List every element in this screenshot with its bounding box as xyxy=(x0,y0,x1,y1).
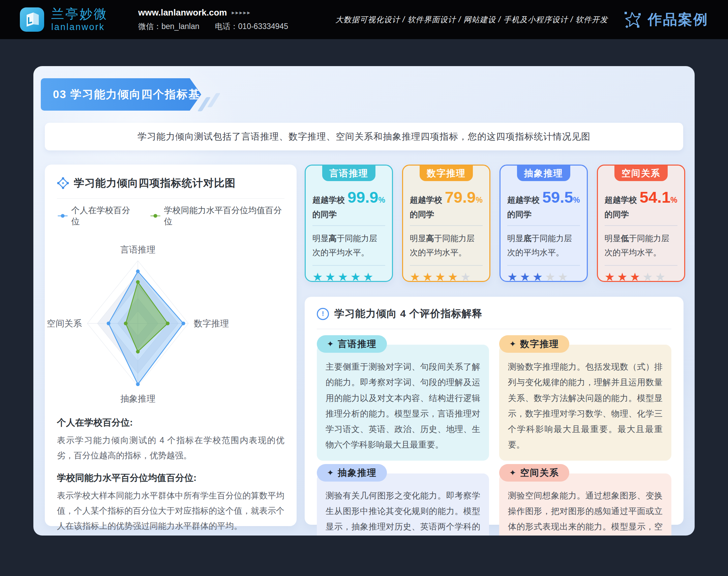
radar-panel-title: 学习能力倾向四项指标统计对比图 xyxy=(74,176,236,190)
divider xyxy=(57,198,284,199)
star-icon: ★ xyxy=(448,270,460,283)
star-icon: ★ xyxy=(605,270,617,283)
exceed-unit: % xyxy=(670,196,677,205)
compare-text: 明显低于同能力层次的平均水平。 xyxy=(605,231,677,260)
note-body-school-average: 表示学校大样本同能力水平群体中所有学生百分位的算数平均值，个人某个指标的百分位大… xyxy=(57,488,284,534)
divider xyxy=(312,265,385,266)
note-title-school-average: 学校同能力水平百分位均值百分位: xyxy=(57,472,284,484)
section-verbal-reasoning: ✦ 言语推理 主要侧重于测验对字词、句段间关系了解的能力。即考察对字词、句段的理… xyxy=(317,335,489,461)
exceed-value: 99.9 xyxy=(347,188,378,206)
section-banner: 03 学习能力倾向四个指标基本情况 xyxy=(41,78,201,111)
section-pill-label: ✦ 数字推理 xyxy=(499,335,569,353)
star-rating: ★★★★★ xyxy=(605,271,677,283)
note-title-personal-percentile: 个人在学校百分位: xyxy=(57,416,284,429)
report-page: 03 学习能力倾向四个指标基本情况 学习能力倾向测试包括了言语推理、数字推理、空… xyxy=(33,66,695,536)
star-icon: ★ xyxy=(642,270,655,283)
star-icon: ★ xyxy=(410,270,422,283)
section-body: 测验有关几何图形之变化能力。即考察学生从图形中推论其变化规则的能力。模型显示，抽… xyxy=(317,473,489,536)
indicator-cards-row: 言语推理 超越学校 99.9 % 的同学 明显高于同能力层次的平均水平。 ★★★… xyxy=(305,165,684,282)
website-link[interactable]: www.lanlanwork.com xyxy=(138,7,227,18)
explanation-sections: ✦ 言语推理 主要侧重于测验对字词、句段间关系了解的能力。即考察对字词、句段的理… xyxy=(317,335,671,536)
explanation-title: 学习能力倾向 4 个评价指标解释 xyxy=(334,307,482,321)
exceed-unit: % xyxy=(476,196,482,205)
explanation-panel: ! 学习能力倾向 4 个评价指标解释 ✦ 言语推理 主要侧重于测验对字词、句段间… xyxy=(305,297,684,525)
divider xyxy=(410,265,483,266)
star-icon: ★ xyxy=(325,270,337,283)
brand-name-en: lanlanwork xyxy=(51,22,108,32)
exceed-suffix: 的同学 xyxy=(312,209,385,220)
star-icon: ★ xyxy=(507,270,520,283)
slash-decoration xyxy=(207,93,220,107)
radar-axis-label: 空间关系 xyxy=(47,318,82,328)
legend-item-personal[interactable]: 个人在学校百分位 xyxy=(58,205,135,227)
radar-panel: 学习能力倾向四项指标统计对比图 个人在学校百分位 学校同能力水平百分位均值百分位… xyxy=(45,165,297,526)
exceed-label: 超越学校 xyxy=(507,195,540,205)
phone-contact: 电话：010-63334945 xyxy=(215,21,288,32)
radar-axis-label: 言语推理 xyxy=(120,244,155,255)
exceed-suffix: 的同学 xyxy=(507,209,580,220)
divider xyxy=(507,225,580,226)
star-icon: ★ xyxy=(558,270,570,283)
exceed-unit: % xyxy=(573,196,580,205)
book-logo-icon xyxy=(20,7,44,32)
star-icon: ★ xyxy=(363,270,375,283)
star-icon: ★ xyxy=(460,270,473,283)
star-icon: ★ xyxy=(655,270,668,283)
divider xyxy=(605,265,677,266)
intro-bar: 学习能力倾向测试包括了言语推理、数字推理、空间关系和抽象推理四项指标，您的这四项… xyxy=(45,123,683,150)
divider xyxy=(410,225,483,226)
exceed-suffix: 的同学 xyxy=(605,209,677,220)
star-icon: ★ xyxy=(545,270,557,283)
card-numerical-reasoning: 数字推理 超越学校 79.9 % 的同学 明显高于同能力层次的平均水平。 ★★★… xyxy=(402,165,490,282)
legend-item-school-average[interactable]: 学校同能力水平百分位均值百分位 xyxy=(150,205,284,227)
radar-chart-icon xyxy=(57,177,69,189)
portfolio-link[interactable]: 作品案例 xyxy=(624,10,708,29)
star-rating: ★★★★★ xyxy=(410,271,483,283)
brand-name-cn: 兰亭妙微 xyxy=(51,7,108,21)
exceed-suffix: 的同学 xyxy=(410,209,483,220)
legend-marker-green xyxy=(150,215,161,217)
radar-axis-label: 数字推理 xyxy=(194,318,229,328)
star-icon: ★ xyxy=(435,270,448,283)
header-contact-block: www.lanlanwork.com ▸▸▸▸▸ 微信：ben_lanlan 电… xyxy=(138,7,288,32)
sparkle-icon: ✦ xyxy=(509,339,517,349)
banner-slashes-decoration xyxy=(202,97,216,111)
star-icon: ★ xyxy=(617,270,630,283)
section-numerical-reasoning: ✦ 数字推理 测验数字推理能力。包括发现数（式）排列与变化规律的能力，理解并且运… xyxy=(499,335,671,461)
info-icon: ! xyxy=(317,308,329,320)
legend-label: 个人在学校百分位 xyxy=(71,205,135,227)
divider xyxy=(317,329,671,329)
portfolio-label[interactable]: 作品案例 xyxy=(648,10,708,29)
star-icon: ★ xyxy=(338,270,350,283)
card-tab-label: 数字推理 xyxy=(420,166,473,181)
sparkle-icon: ✦ xyxy=(327,339,334,349)
top-header: 兰亭妙微 lanlanwork www.lanlanwork.com ▸▸▸▸▸… xyxy=(0,0,728,39)
star-rating: ★★★★★ xyxy=(312,271,385,283)
card-tab-label: 抽象推理 xyxy=(517,166,570,181)
section-body: 测验空间想象能力。通过想象图形、变换操作图形，把对图形的感知通过平面或立体的形式… xyxy=(499,473,671,536)
intro-text: 学习能力倾向测试包括了言语推理、数字推理、空间关系和抽象推理四项指标，您的这四项… xyxy=(138,131,590,143)
legend-label: 学校同能力水平百分位均值百分位 xyxy=(164,205,284,227)
card-verbal-reasoning: 言语推理 超越学校 99.9 % 的同学 明显高于同能力层次的平均水平。 ★★★… xyxy=(305,165,393,282)
legend-marker-blue xyxy=(58,215,68,217)
star-icon: ★ xyxy=(422,270,435,283)
arrows-decoration: ▸▸▸▸▸ xyxy=(232,9,251,16)
star-icon: ★ xyxy=(312,270,325,283)
divider xyxy=(312,225,385,226)
wechat-contact: 微信：ben_lanlan xyxy=(138,21,200,32)
sparkle-icon: ✦ xyxy=(327,468,334,478)
divider xyxy=(507,265,580,266)
section-body: 测验数字推理能力。包括发现数（式）排列与变化规律的能力，理解并且运用数量关系、数… xyxy=(499,345,671,461)
exceed-unit: % xyxy=(378,196,385,205)
sketch-star-icon xyxy=(624,10,642,29)
exceed-value: 79.9 xyxy=(445,188,476,206)
star-icon: ★ xyxy=(350,270,363,283)
exceed-value: 54.1 xyxy=(640,188,670,206)
star-icon: ★ xyxy=(630,270,642,283)
note-body-personal-percentile: 表示学习能力倾向测试的 4 个指标在学校范围内表现的优劣，百分位越高的指标，优势… xyxy=(57,433,284,463)
brand-logo[interactable]: 兰亭妙微 lanlanwork xyxy=(20,7,108,32)
section-pill-label: ✦ 空间关系 xyxy=(499,464,569,482)
exceed-label: 超越学校 xyxy=(312,195,345,205)
radar-chart: 言语推理数字推理抽象推理空间关系 xyxy=(57,232,284,408)
star-rating: ★★★★★ xyxy=(507,271,580,283)
